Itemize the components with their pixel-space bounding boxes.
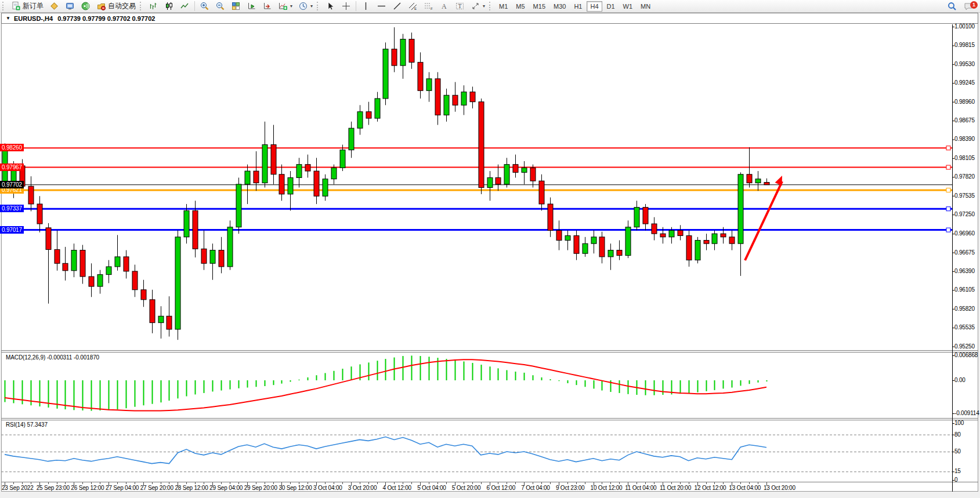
candle-up [712, 234, 717, 243]
chart-title: EURUSD-,H4 [14, 15, 53, 22]
chart-canvas[interactable] [0, 0, 980, 498]
chart-collapse-icon[interactable]: ▼ [6, 16, 10, 21]
candle-down [150, 300, 155, 323]
candle-up [184, 210, 189, 237]
candle-down [530, 168, 536, 181]
candle-up [349, 128, 354, 150]
candle-up [583, 243, 588, 253]
candle-up [357, 112, 363, 128]
candle-down [643, 208, 648, 224]
candle-up [296, 165, 302, 178]
candle-down [201, 249, 207, 263]
candle-up [426, 79, 432, 90]
candle-down [314, 171, 319, 196]
chart-header[interactable]: ▼ EURUSD-,H4 0.97739 0.97799 0.97702 0.9… [1, 13, 978, 24]
hline-handle[interactable] [946, 207, 950, 211]
candle-up [375, 99, 380, 118]
candle-up [2, 151, 8, 183]
candle-down [20, 166, 25, 186]
hline-handle[interactable] [946, 228, 950, 232]
candle-down [496, 177, 501, 184]
candle-down [167, 316, 172, 329]
candle-up [522, 168, 527, 172]
candle-up [175, 237, 180, 329]
candle-down [80, 250, 85, 277]
candle-down [254, 171, 259, 183]
candle-down [305, 165, 310, 171]
candle-up [71, 250, 77, 271]
candle-up [245, 171, 250, 184]
hline-handle[interactable] [946, 165, 950, 169]
hline-handle[interactable] [946, 146, 950, 150]
candle-down [747, 175, 752, 183]
candle-down [704, 240, 709, 243]
candle-up [158, 316, 164, 322]
candle-down [764, 183, 769, 185]
candle-down [539, 181, 544, 204]
candle-down [435, 79, 440, 115]
candle-up [591, 237, 596, 243]
candle-down [279, 175, 284, 194]
candle-down [513, 165, 518, 173]
candle-up [669, 230, 674, 237]
candle-down [37, 204, 42, 224]
candle-up [504, 165, 509, 184]
candle-down [271, 145, 276, 175]
candle-down [141, 290, 146, 300]
candle-down [617, 250, 622, 256]
candle-down [46, 228, 51, 250]
candle-down [686, 236, 692, 260]
hline-handle[interactable] [2, 207, 6, 211]
candle-up [106, 267, 111, 275]
candle-down [729, 237, 735, 243]
candle-down [721, 234, 726, 237]
candle-down [193, 210, 198, 249]
candle-down [63, 263, 68, 271]
candle-down [652, 224, 657, 234]
candle-up [236, 184, 241, 227]
candle-down [479, 102, 484, 188]
candle-up [487, 177, 493, 187]
candle-up [340, 150, 345, 168]
candle-up [210, 250, 215, 264]
candle-down [599, 237, 605, 257]
candle-down [219, 250, 224, 267]
candle-down [678, 230, 683, 235]
candle-down [132, 271, 138, 290]
candle-up [444, 95, 449, 115]
candle-up [331, 168, 337, 179]
candle-up [97, 275, 103, 286]
candle-up [634, 208, 639, 227]
hline-handle[interactable] [2, 228, 6, 232]
candle-down [660, 234, 666, 237]
candle-up [608, 250, 613, 257]
candle-up [738, 175, 743, 243]
candle-down [548, 204, 553, 230]
candle-up [262, 145, 267, 183]
candle-up [11, 166, 16, 190]
candle-down [28, 186, 34, 204]
candle-up [755, 179, 761, 183]
candle-down [574, 236, 579, 254]
candle-down [392, 49, 397, 66]
candle-up [383, 49, 388, 99]
candle-down [409, 39, 414, 63]
candle-down [89, 277, 94, 286]
hline-handle[interactable] [2, 188, 6, 192]
candle-up [288, 177, 293, 194]
candle-up [625, 227, 631, 256]
candle-down [470, 92, 475, 102]
candle-up [695, 240, 700, 260]
hline-handle[interactable] [2, 146, 6, 150]
candle-up [227, 227, 233, 267]
candle-down [55, 249, 60, 263]
candle-down [124, 257, 129, 271]
hline-handle[interactable] [946, 188, 950, 192]
candle-down [366, 112, 371, 118]
candle-down [453, 95, 458, 105]
candle-up [323, 179, 328, 197]
candle-up [115, 257, 120, 267]
mt4-terminal: { "toolbar": { "new_order_label": "新订单",… [0, 0, 980, 498]
candle-down [418, 62, 423, 90]
chart-ohlc-values: 0.97739 0.97799 0.97702 0.97702 [57, 15, 155, 22]
